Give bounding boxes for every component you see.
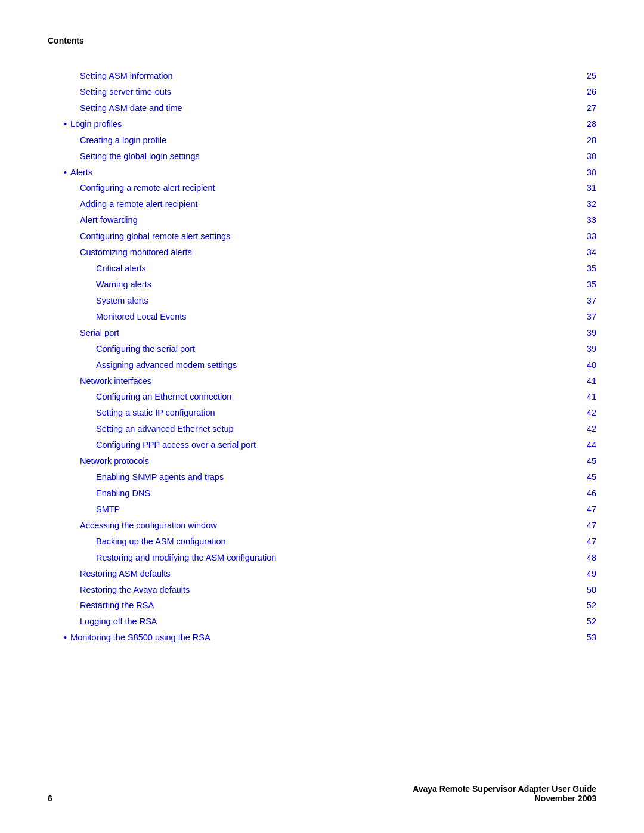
- toc-entry-text[interactable]: Enabling DNS: [96, 487, 150, 501]
- toc-entry-page: 47: [578, 503, 596, 517]
- toc-entry: Setting ASM date and time27: [48, 101, 596, 116]
- toc-entry-text[interactable]: System alerts: [96, 294, 148, 308]
- toc-entry-page: 34: [578, 246, 596, 260]
- toc-entry-text[interactable]: Setting a static IP configuration: [96, 406, 215, 420]
- toc-entry: Configuring a remote alert recipient31: [48, 181, 596, 196]
- toc-entry-page: 33: [578, 213, 596, 228]
- toc-entry-page: 37: [578, 294, 596, 308]
- bullet-icon: •: [64, 631, 67, 645]
- page-footer: 6 Avaya Remote Supervisor Adapter User G…: [48, 784, 596, 803]
- toc-entry-page: 33: [578, 230, 596, 244]
- toc-entry-text[interactable]: Setting ASM date and time: [80, 101, 182, 116]
- toc-entry-text[interactable]: Configuring a remote alert recipient: [80, 181, 215, 196]
- toc-entry-text[interactable]: Assigning advanced modem settings: [96, 358, 237, 373]
- toc-entry-text[interactable]: Configuring global remote alert settings: [80, 230, 230, 244]
- toc-entry-page: 47: [578, 535, 596, 549]
- toc-entry: Logging off the RSA52: [48, 615, 596, 629]
- toc-entry-text[interactable]: Restoring the Avaya defaults: [80, 583, 190, 597]
- toc-entry-text[interactable]: Network interfaces: [80, 374, 151, 389]
- toc-entry-page: 35: [578, 278, 596, 292]
- toc-entry-page: 49: [578, 567, 596, 581]
- toc-entry: Accessing the configuration window47: [48, 519, 596, 533]
- toc-entry-text[interactable]: Setting an advanced Ethernet setup: [96, 422, 234, 436]
- toc-entry-text[interactable]: Setting server time-outs: [80, 85, 171, 100]
- toc-entry-text[interactable]: Enabling SNMP agents and traps: [96, 470, 224, 485]
- toc-entry-text[interactable]: Restoring and modifying the ASM configur…: [96, 551, 276, 565]
- toc-entry-page: 48: [578, 551, 596, 565]
- toc-entry-text[interactable]: Logging off the RSA: [80, 615, 157, 629]
- footer-title: Avaya Remote Supervisor Adapter User Gui…: [413, 784, 596, 803]
- toc-entry-text[interactable]: SMTP: [96, 503, 120, 517]
- toc-entry-page: 41: [578, 390, 596, 404]
- toc-entry: Restoring ASM defaults49: [48, 567, 596, 581]
- toc-entry: Enabling DNS46: [48, 487, 596, 501]
- toc-entry-page: 28: [578, 117, 596, 132]
- toc-entry-text[interactable]: Creating a login profile: [80, 134, 166, 148]
- toc-entry: Network protocols45: [48, 454, 596, 469]
- toc-entry-text[interactable]: Setting ASM information: [80, 69, 173, 83]
- toc-entry: Setting ASM information25: [48, 69, 596, 83]
- toc-entry-text[interactable]: Network protocols: [80, 454, 149, 469]
- toc-entry: Restoring and modifying the ASM configur…: [48, 551, 596, 565]
- toc-entry-text[interactable]: Monitored Local Events: [96, 310, 187, 324]
- toc-entry-text[interactable]: Restarting the RSA: [80, 599, 154, 613]
- toc-entry-text[interactable]: Serial port: [80, 326, 119, 340]
- toc-entry-text[interactable]: Adding a remote alert recipient: [80, 197, 197, 212]
- toc-entry-text[interactable]: Critical alerts: [96, 262, 146, 276]
- toc-entry-page: 52: [578, 615, 596, 629]
- toc-entry: Monitored Local Events37: [48, 310, 596, 324]
- toc-entry: •Login profiles28: [48, 117, 596, 132]
- toc-entry-page: 45: [578, 454, 596, 469]
- toc-entry: Serial port39: [48, 326, 596, 340]
- toc-entry: Restarting the RSA52: [48, 599, 596, 613]
- toc-entry-page: 41: [578, 374, 596, 389]
- toc-entry-text[interactable]: Login profiles: [70, 117, 122, 132]
- toc-entry-text[interactable]: Configuring PPP access over a serial por…: [96, 438, 256, 453]
- toc-entry-page: 53: [578, 631, 596, 645]
- toc-entry-text[interactable]: Monitoring the S8500 using the RSA: [70, 631, 210, 645]
- toc-entry-text[interactable]: Alerts: [70, 166, 92, 180]
- toc-entry: Alert fowarding33: [48, 213, 596, 228]
- footer-title-line1: Avaya Remote Supervisor Adapter User Gui…: [413, 784, 596, 794]
- toc-entry-page: 50: [578, 583, 596, 597]
- toc-entry-page: 26: [578, 85, 596, 100]
- toc-entry: Configuring the serial port39: [48, 342, 596, 357]
- toc-entry-page: 52: [578, 599, 596, 613]
- toc-entry-page: 28: [578, 134, 596, 148]
- bullet-icon: •: [64, 117, 67, 132]
- toc-entry-text[interactable]: Setting the global login settings: [80, 150, 200, 164]
- toc-entry-page: 35: [578, 262, 596, 276]
- toc-entry: Backing up the ASM configuration47: [48, 535, 596, 549]
- toc-entry: Setting server time-outs26: [48, 85, 596, 100]
- toc-entry-text[interactable]: Backing up the ASM configuration: [96, 535, 226, 549]
- toc-entry-page: 37: [578, 310, 596, 324]
- toc-entry-text[interactable]: Alert fowarding: [80, 213, 138, 228]
- toc-entry: SMTP47: [48, 503, 596, 517]
- toc-entry: Configuring an Ethernet connection41: [48, 390, 596, 404]
- toc-entry-text[interactable]: Restoring ASM defaults: [80, 567, 171, 581]
- toc-entry-text[interactable]: Configuring an Ethernet connection: [96, 390, 231, 404]
- toc-entry-text[interactable]: Configuring the serial port: [96, 342, 195, 357]
- toc-entry: Configuring PPP access over a serial por…: [48, 438, 596, 453]
- toc-entry-page: 39: [578, 342, 596, 357]
- toc-entry: Network interfaces41: [48, 374, 596, 389]
- toc-entry-page: 25: [578, 69, 596, 83]
- toc-entry-text[interactable]: Customizing monitored alerts: [80, 246, 192, 260]
- footer-page-number: 6: [48, 794, 52, 803]
- toc-entry-text[interactable]: Warning alerts: [96, 278, 151, 292]
- toc-entry-page: 42: [578, 422, 596, 436]
- toc-entry-text[interactable]: Accessing the configuration window: [80, 519, 217, 533]
- contents-header: Contents: [48, 36, 596, 45]
- toc-entry: Customizing monitored alerts34: [48, 246, 596, 260]
- toc-entry-page: 40: [578, 358, 596, 373]
- toc-entry-page: 46: [578, 487, 596, 501]
- toc-entry: Warning alerts35: [48, 278, 596, 292]
- toc-entry: Critical alerts35: [48, 262, 596, 276]
- toc-entry: •Monitoring the S8500 using the RSA53: [48, 631, 596, 645]
- toc-entry: Setting the global login settings30: [48, 150, 596, 164]
- toc-entry-page: 27: [578, 101, 596, 116]
- footer-title-line2: November 2003: [413, 794, 596, 803]
- toc-entry-page: 39: [578, 326, 596, 340]
- toc-entry-page: 45: [578, 470, 596, 485]
- toc-entry-page: 30: [578, 150, 596, 164]
